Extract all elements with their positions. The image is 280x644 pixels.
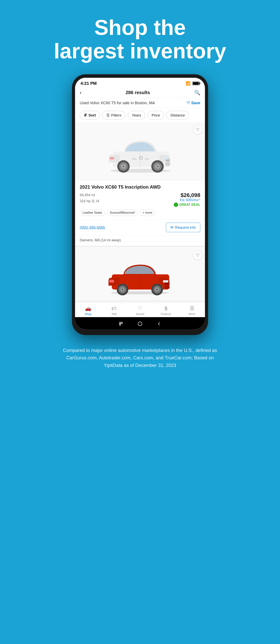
svg-rect-22 xyxy=(163,280,168,282)
dealer-phone[interactable]: (555) 555-5555 xyxy=(80,225,105,230)
heart-save-icon: ♡ xyxy=(186,100,190,105)
nav-saved[interactable]: ♡ Saved xyxy=(131,306,149,316)
phone-mockup: 4:21 PM 📶 ‹ 286 results 🔍 Used Volvo XC6… xyxy=(72,74,208,335)
back-button[interactable]: ‹ xyxy=(80,90,82,96)
svg-point-28 xyxy=(122,289,123,290)
search-query-text: Used Volvo XC60 T5 for sale in Boston, M… xyxy=(80,101,155,105)
search-button[interactable]: 🔍 xyxy=(194,90,200,96)
filters-icon: ☰ xyxy=(106,113,110,118)
car-image-1 xyxy=(103,128,177,175)
car-title-1: 2021 Volvo XC60 T5 Inscription AWD xyxy=(80,184,200,190)
deal-icon: ↑ xyxy=(174,202,178,207)
car-specs-1: 69,454 mi 316 hp 2L I4 xyxy=(80,192,99,204)
android-recents-button[interactable] xyxy=(118,321,124,326)
save-search-button[interactable]: ♡ Save xyxy=(186,100,200,105)
status-bar: 4:21 PM 📶 xyxy=(75,78,205,88)
search-label-bar: Used Volvo XC60 T5 for sale in Boston, M… xyxy=(75,98,205,108)
finance-icon: $ xyxy=(164,306,167,312)
years-button[interactable]: Years xyxy=(128,111,145,120)
feature-sunroof: Sunroof/Moonroof xyxy=(107,210,138,216)
svg-rect-23 xyxy=(109,280,114,282)
feature-more[interactable]: + more xyxy=(140,210,155,216)
bottom-navigation: 🚗 Shop 🏷 Sell ♡ Saved $ Finance ☰ More xyxy=(75,303,205,317)
dealer-location-1: Danvers, MA (14 mi away) xyxy=(75,235,205,246)
nav-shop[interactable]: 🚗 Shop xyxy=(79,306,97,316)
svg-rect-36 xyxy=(138,322,142,326)
est-payment-1: Est. $391/mo.* xyxy=(174,198,200,202)
saved-icon: ♡ xyxy=(138,306,142,312)
nav-finance[interactable]: $ Finance xyxy=(157,306,175,316)
favorite-button-1[interactable]: ♡ xyxy=(193,125,202,134)
nav-bar: ‹ 286 results 🔍 xyxy=(75,88,205,98)
results-count: 286 results xyxy=(126,90,150,95)
wifi-icon: 📶 xyxy=(186,81,190,86)
android-nav xyxy=(75,317,205,329)
distance-button[interactable]: Distance xyxy=(166,111,189,120)
svg-rect-2 xyxy=(165,162,170,166)
nav-sell[interactable]: 🏷 Sell xyxy=(105,306,123,316)
contact-row-1: (555) 555-5555 ✉ Request info xyxy=(75,219,205,235)
disclaimer-text: Compared to major online automotive mark… xyxy=(62,347,218,369)
nav-more[interactable]: ☰ More xyxy=(183,306,201,316)
car-details-1: 2021 Volvo XC60 T5 Inscription AWD 69,45… xyxy=(75,181,205,219)
status-icons: 📶 xyxy=(186,81,200,86)
car-image-container-2: ♡ xyxy=(75,248,205,300)
sort-icon: ⇵ xyxy=(84,113,87,118)
svg-rect-35 xyxy=(121,322,122,324)
android-back-button[interactable] xyxy=(156,321,162,326)
car-info-row-1: 69,454 mi 316 hp 2L I4 $26,098 Est. $391… xyxy=(80,192,200,207)
svg-rect-33 xyxy=(120,322,121,324)
car-image-container-1: ♡ xyxy=(75,122,205,181)
svg-rect-4 xyxy=(164,157,169,160)
car-pricing-1: $26,098 Est. $391/mo.* ↑ GREAT DEAL xyxy=(174,192,200,207)
filters-button[interactable]: ☰ Filters xyxy=(102,111,126,120)
request-info-button[interactable]: ✉ Request info xyxy=(166,223,200,232)
car-price-1: $26,098 xyxy=(174,192,200,198)
deal-text: GREAT DEAL xyxy=(179,203,200,206)
svg-rect-5 xyxy=(110,157,114,160)
svg-rect-8 xyxy=(145,158,149,160)
sell-icon: 🏷 xyxy=(112,306,116,312)
favorite-button-2[interactable]: ♡ xyxy=(193,251,202,260)
price-button[interactable]: Price xyxy=(148,111,164,120)
car-image-2 xyxy=(103,253,177,296)
envelope-icon: ✉ xyxy=(170,225,174,230)
battery-icon xyxy=(192,82,200,85)
car-listing-2: ♡ xyxy=(75,248,205,302)
hero-title: Shop the largest inventory xyxy=(54,16,226,62)
shop-icon: 🚗 xyxy=(85,306,91,312)
feature-leather: Leather Seats xyxy=(80,210,105,216)
svg-rect-34 xyxy=(120,324,121,325)
svg-rect-20 xyxy=(164,286,170,289)
svg-point-12 xyxy=(123,166,124,167)
sort-button[interactable]: ⇵ Sort xyxy=(80,111,100,120)
svg-rect-7 xyxy=(132,158,136,160)
svg-point-32 xyxy=(156,289,158,290)
filter-bar: ⇵ Sort ☰ Filters Years Price Distance xyxy=(75,108,205,122)
feature-tags-1: Leather Seats Sunroof/Moonroof + more xyxy=(80,210,200,216)
more-icon: ☰ xyxy=(190,306,194,312)
status-time: 4:21 PM xyxy=(80,81,97,86)
svg-point-16 xyxy=(157,166,158,167)
car-listing-1: ♡ 2021 Volvo XC60 T5 Inscription AWD 69,… xyxy=(75,122,205,247)
android-home-button[interactable] xyxy=(137,321,143,326)
phone-screen: 4:21 PM 📶 ‹ 286 results 🔍 Used Volvo XC6… xyxy=(75,78,205,329)
deal-badge-1: ↑ GREAT DEAL xyxy=(174,202,200,207)
